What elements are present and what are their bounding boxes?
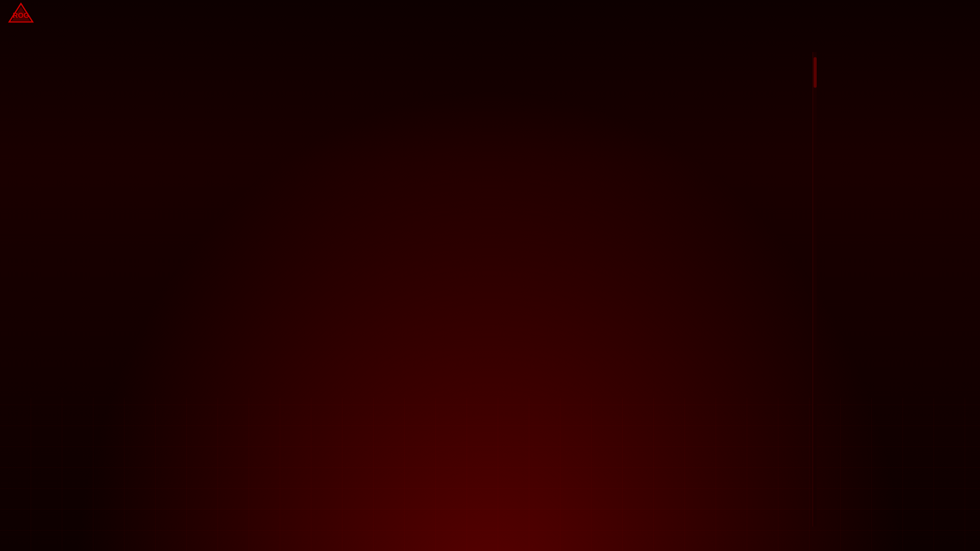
rog-logo: ROG: [8, 3, 34, 23]
scrollbar-track[interactable]: [813, 52, 817, 527]
scrollbar-thumb[interactable]: [814, 57, 817, 88]
svg-text:ROG: ROG: [13, 11, 29, 19]
